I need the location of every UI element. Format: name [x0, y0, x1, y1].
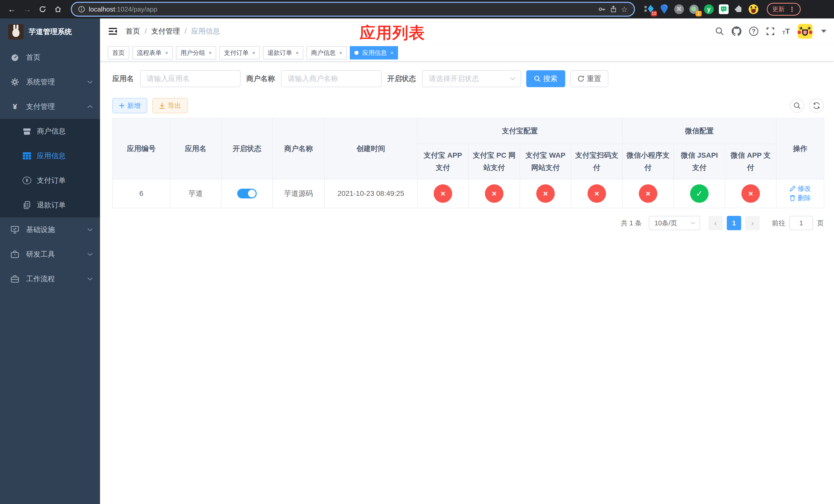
balloon-extension-icon[interactable] — [659, 4, 670, 14]
sketch-extension-icon[interactable]: 10 — [644, 4, 655, 14]
font-size-icon[interactable]: TT — [783, 27, 790, 35]
close-icon[interactable]: × — [252, 50, 255, 56]
chrome-update-button[interactable]: 更新 ⋮ — [767, 3, 801, 16]
refresh-button[interactable] — [809, 98, 824, 113]
sidebar-item-label: 商户信息 — [37, 127, 66, 136]
sidebar-item-label: 系统管理 — [26, 77, 55, 87]
tab-process-form[interactable]: 流程表单× — [132, 46, 173, 60]
enabled-status-label: 开启状态 — [387, 74, 416, 84]
extensions-puzzle-icon[interactable] — [733, 4, 744, 14]
filter-form: 应用名 商户名称 开启状态 请选择开启状态 搜索 重置 — [112, 70, 834, 87]
yuque-extension-icon[interactable]: y — [704, 4, 714, 14]
col-wechat-mini: 微信小程序支付 — [622, 144, 674, 179]
col-alipay-qr: 支付宝扫码支付 — [571, 144, 622, 179]
url-host: localhost — [89, 5, 115, 13]
collapse-sidebar-icon[interactable] — [108, 26, 118, 37]
close-icon[interactable]: × — [209, 50, 212, 56]
close-icon[interactable]: × — [165, 50, 168, 56]
url-path: :1024/pay/app — [115, 5, 157, 13]
app-name-input[interactable] — [140, 70, 241, 87]
sidebar-item-merchant-info[interactable]: 商户信息 — [0, 119, 100, 143]
tab-user-group[interactable]: 用户分组× — [176, 46, 216, 60]
search-icon — [534, 75, 541, 82]
main-panel: 首页 / 支付管理 / 应用信息 ? — [100, 19, 834, 504]
sidebar-item-label: 首页 — [26, 52, 41, 62]
add-button[interactable]: 新增 — [112, 98, 147, 113]
tab-home[interactable]: 首页 — [108, 46, 129, 60]
app-table: 应用编号 应用名 开启状态 商户名称 创建时间 支付宝配置 微信配置 操作 支付… — [112, 118, 824, 208]
enabled-switch[interactable] — [237, 189, 257, 199]
sidebar-item-label: 支付订单 — [37, 176, 66, 185]
close-icon[interactable]: × — [390, 50, 393, 56]
fullscreen-icon[interactable] — [766, 27, 775, 36]
sidebar-item-refund-order[interactable]: 退款订单 — [0, 193, 100, 217]
avatar-dropdown-icon[interactable] — [821, 30, 826, 33]
col-wechat-jsapi: 微信 JSAPI 支付 — [674, 144, 725, 179]
search-icon — [793, 102, 801, 109]
prev-page-button[interactable]: ‹ — [708, 216, 723, 230]
export-button[interactable]: 导出 — [152, 98, 188, 113]
tab-refund-order[interactable]: 退款订单× — [263, 46, 303, 60]
app-name-label: 应用名 — [112, 74, 134, 84]
url-bar[interactable]: localhost:1024/pay/app ☆ — [71, 2, 635, 17]
forward-icon[interactable]: → — [21, 3, 34, 16]
password-key-icon[interactable] — [598, 5, 606, 13]
github-icon[interactable] — [732, 26, 741, 36]
edit-pencil-icon — [789, 186, 795, 192]
edit-link[interactable]: 修改 — [789, 184, 811, 193]
sidebar-item-home[interactable]: 首页 — [0, 45, 100, 70]
close-icon[interactable]: × — [296, 50, 299, 56]
home-icon[interactable] — [51, 3, 65, 16]
page-1-button[interactable]: 1 — [727, 216, 741, 230]
goto-page-input[interactable] — [789, 216, 813, 230]
chevron-down-icon — [87, 253, 93, 256]
page-content: 应用名 商户名称 开启状态 请选择开启状态 搜索 重置 — [100, 62, 834, 230]
back-icon[interactable]: ← — [5, 3, 19, 16]
tab-pay-order[interactable]: 支付订单× — [219, 46, 260, 60]
search-button[interactable]: 搜索 — [526, 70, 565, 87]
search-icon[interactable] — [715, 27, 724, 36]
share-icon[interactable] — [610, 5, 617, 13]
reload-icon[interactable] — [36, 3, 49, 16]
col-alipay-pc: 支付宝 PC 网站支付 — [468, 144, 520, 179]
sidebar-item-workflow[interactable]: 工作流程 — [0, 267, 100, 291]
breadcrumb-home[interactable]: 首页 — [126, 26, 140, 36]
reset-button[interactable]: 重置 — [570, 70, 608, 87]
site-info-icon[interactable] — [78, 6, 85, 13]
recorder-extension-icon[interactable]: 1 — [689, 4, 699, 14]
browser-menu-icon[interactable]: ⋮ — [789, 5, 795, 13]
page-size-select[interactable]: 10条/页 — [649, 216, 700, 230]
merchant-name-label: 商户名称 — [246, 74, 275, 84]
sidebar-item-pay[interactable]: ¥ 支付管理 — [0, 94, 100, 119]
hide-search-button[interactable] — [790, 98, 804, 113]
browser-toolbar: ← → localhost:1024/pay/app ☆ 10 — [0, 0, 834, 19]
refresh-icon — [577, 75, 584, 82]
sidebar-item-app-info[interactable]: 应用信息 — [0, 143, 100, 168]
user-avatar[interactable] — [797, 24, 812, 39]
command-extension-icon[interactable]: ⌘ — [674, 4, 684, 14]
close-icon[interactable]: × — [339, 50, 343, 56]
merchant-name-input[interactable] — [281, 70, 381, 87]
active-dot — [354, 51, 358, 55]
sidebar-item-devtools[interactable]: 研发工具 — [0, 242, 100, 267]
sidebar-item-system[interactable]: 系统管理 — [0, 70, 100, 94]
sidebar-item-label: 退款订单 — [37, 200, 66, 210]
bookmark-star-icon[interactable]: ☆ — [621, 5, 628, 14]
tab-merchant-info[interactable]: 商户信息× — [306, 46, 347, 60]
sidebar-item-pay-order[interactable]: ¥ 支付订单 — [0, 168, 100, 193]
help-icon[interactable]: ? — [749, 27, 758, 36]
col-enabled: 开启状态 — [221, 118, 272, 179]
emoji-extension-icon[interactable] — [748, 4, 759, 14]
status-alipay-app: × — [434, 184, 452, 203]
sidebar-item-infra[interactable]: 基础设施 — [0, 217, 100, 242]
yen-icon: ¥ — [10, 103, 20, 111]
next-page-button[interactable]: › — [745, 216, 760, 230]
chat-extension-icon[interactable] — [719, 4, 729, 14]
breadcrumb-pay[interactable]: 支付管理 — [151, 26, 180, 36]
tab-app-info[interactable]: 应用信息× — [350, 46, 398, 60]
app-title: 芋道管理系统 — [29, 27, 72, 37]
app-logo[interactable]: 芋道管理系统 — [0, 19, 100, 45]
annotation-app-list: 应用列表 — [359, 22, 425, 44]
enabled-status-select[interactable]: 请选择开启状态 — [422, 70, 521, 87]
delete-link[interactable]: 删除 — [789, 193, 811, 203]
